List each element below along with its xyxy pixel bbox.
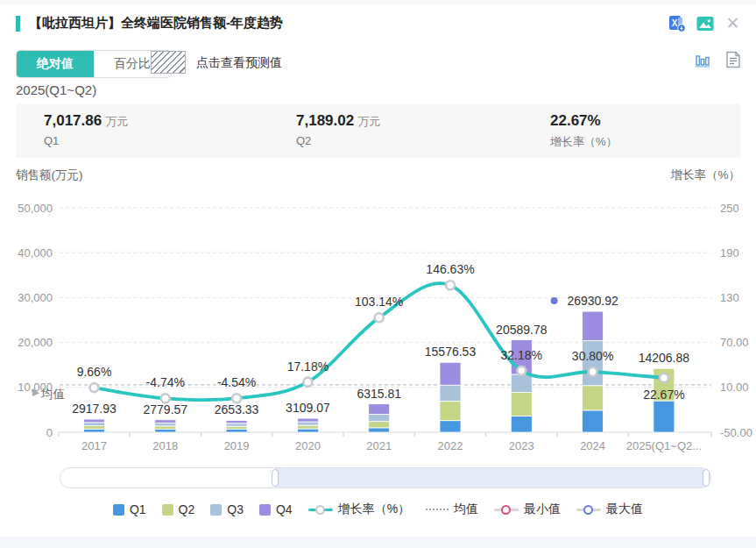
legend-item-max[interactable]: 最大值 — [576, 502, 643, 517]
bottom-strip — [0, 537, 756, 548]
data-zoom-left-handle[interactable] — [272, 469, 279, 487]
legend-item-q3[interactable]: Q3 — [210, 502, 244, 516]
svg-text:增长率（%）: 增长率（%） — [669, 168, 740, 181]
svg-text:2024: 2024 — [580, 439, 605, 452]
svg-text:190: 190 — [720, 246, 739, 260]
svg-text:20589.78: 20589.78 — [496, 323, 548, 337]
svg-text:15576.53: 15576.53 — [425, 345, 477, 359]
data-zoom-slider[interactable] — [60, 467, 711, 488]
legend-item-min[interactable]: 最小值 — [494, 502, 561, 517]
svg-text:2021: 2021 — [366, 439, 392, 452]
svg-text:2017: 2017 — [81, 439, 107, 452]
chart-legend: Q1 Q2 Q3 Q4 增长率（%） 均值 最小值 最大值 — [0, 502, 756, 517]
svg-text:销售额(万元): 销售额(万元) — [16, 168, 83, 181]
trend-chart[interactable]: 50,00025040,00019030,00013020,00070.0010… — [0, 0, 756, 548]
q3-swatch — [210, 504, 222, 516]
svg-text:32.18%: 32.18% — [501, 348, 542, 362]
svg-text:146.63%: 146.63% — [426, 262, 474, 276]
q1-swatch — [113, 504, 124, 516]
legend-item-q4[interactable]: Q4 — [259, 502, 293, 516]
svg-text:2653.33: 2653.33 — [215, 402, 259, 416]
svg-text:2022: 2022 — [438, 439, 463, 452]
svg-text:2018: 2018 — [152, 439, 178, 452]
q4-swatch — [259, 504, 271, 516]
svg-text:-4.54%: -4.54% — [217, 375, 256, 389]
trend-chart-panel: 【吡拉西坦片】全终端医院销售额-年度趋势 X ✕ 绝对值 百分比 点击查看预测值 — [0, 0, 756, 548]
svg-text:30,000: 30,000 — [18, 291, 53, 304]
q2-swatch — [162, 504, 173, 516]
mean-line-swatch — [426, 509, 449, 510]
svg-text:50,000: 50,000 — [18, 202, 53, 215]
svg-text:2019: 2019 — [224, 439, 250, 452]
max-marker-swatch — [576, 504, 601, 515]
legend-item-q1[interactable]: Q1 — [113, 502, 146, 516]
svg-text:3109.07: 3109.07 — [286, 401, 330, 415]
min-marker-swatch — [494, 504, 519, 515]
svg-text:2779.57: 2779.57 — [143, 402, 187, 416]
svg-text:250: 250 — [720, 202, 739, 215]
svg-text:2917.93: 2917.93 — [72, 402, 117, 416]
svg-text:26930.92: 26930.92 — [567, 294, 618, 308]
legend-item-mean[interactable]: 均值 — [426, 502, 478, 517]
svg-text:6315.81: 6315.81 — [357, 387, 401, 401]
svg-text:70.00: 70.00 — [720, 336, 749, 349]
svg-text:2020: 2020 — [295, 439, 321, 452]
svg-text:-50.00: -50.00 — [720, 426, 752, 439]
legend-item-growth[interactable]: 增长率（%） — [308, 502, 410, 517]
svg-text:0: 0 — [46, 426, 53, 439]
growth-line-swatch — [308, 504, 333, 515]
svg-text:22.67%: 22.67% — [643, 388, 684, 402]
svg-text:2025(Q1~Q2...: 2025(Q1~Q2... — [626, 439, 702, 452]
svg-text:30.80%: 30.80% — [572, 349, 613, 363]
svg-text:2023: 2023 — [509, 439, 534, 452]
svg-text:均值: 均值 — [40, 388, 65, 401]
data-zoom-selected-range[interactable] — [275, 468, 710, 488]
data-zoom-right-handle[interactable] — [703, 469, 710, 487]
svg-text:20,000: 20,000 — [18, 336, 53, 349]
svg-text:14206.88: 14206.88 — [639, 351, 690, 365]
svg-text:130: 130 — [720, 291, 739, 304]
svg-text:10.00: 10.00 — [720, 381, 749, 394]
svg-text:17.18%: 17.18% — [287, 359, 329, 374]
svg-text:40,000: 40,000 — [18, 246, 53, 260]
svg-text:9.66%: 9.66% — [77, 365, 112, 379]
svg-text:103.14%: 103.14% — [355, 295, 403, 309]
svg-text:-4.74%: -4.74% — [146, 375, 185, 389]
legend-item-q2[interactable]: Q2 — [162, 502, 195, 516]
